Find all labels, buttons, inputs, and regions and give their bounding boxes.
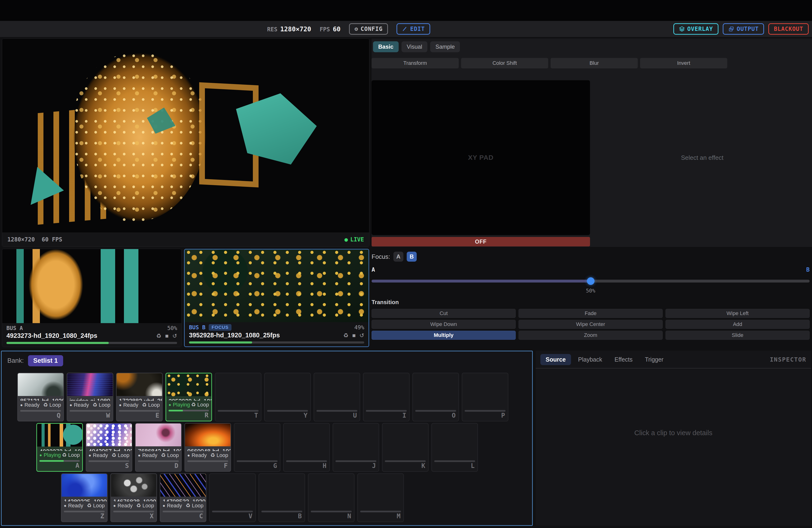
clip-card-z[interactable]: 14380225_1920_10...●Ready♻LoopZ [61, 473, 107, 522]
transition-button-wipe-center[interactable]: Wipe Center [519, 320, 663, 329]
stop-icon[interactable]: ■ [165, 333, 169, 339]
restart-icon[interactable]: ↺ [360, 332, 364, 339]
clip-loop: ♻Loop [62, 452, 80, 458]
tab-sample[interactable]: Sample [430, 41, 460, 52]
clip-slot-empty-i[interactable]: I [363, 373, 409, 421]
clip-key-label: H [284, 462, 329, 471]
clip-slot-empty-y[interactable]: Y [264, 373, 311, 421]
clip-card-a[interactable]: 4923273-hd_1920...●Playing♻LoopA [36, 423, 83, 472]
effect-button-color-shift[interactable]: Color Shift [461, 58, 548, 68]
transition-button-zoom[interactable]: Zoom [519, 331, 663, 340]
clip-progress [267, 410, 308, 412]
fps-label: FPS [320, 26, 330, 33]
effect-off-button[interactable]: OFF [372, 237, 590, 246]
clip-loop: ♻Loop [211, 452, 228, 458]
tab-playback[interactable]: Playback [573, 354, 607, 365]
clip-slot-empty-h[interactable]: H [283, 423, 330, 472]
transition-button-multiply[interactable]: Multiply [372, 331, 516, 340]
clip-loop: ♻Loop [136, 503, 154, 509]
clip-slot-empty-g[interactable]: G [234, 423, 280, 472]
status-dot-icon: ● [70, 402, 72, 408]
clip-loop: ♻Loop [87, 503, 105, 509]
clip-slot-empty-o[interactable]: O [412, 373, 459, 421]
effect-button-blur[interactable]: Blur [551, 58, 638, 68]
overlay-button[interactable]: OVERLAY [673, 23, 719, 35]
bank-row-2: 4923273-hd_1920...●Playing♻LoopA4943067-… [36, 423, 478, 472]
loop-icon: ♻ [186, 503, 190, 509]
bank-label: Bank: [8, 357, 24, 364]
blackout-button[interactable]: BLACKOUT [768, 23, 809, 35]
restart-icon[interactable]: ↺ [172, 333, 177, 339]
clip-key-label: F [185, 462, 231, 471]
clip-key-label: P [462, 412, 508, 421]
output-button[interactable]: OUTPUT [723, 23, 764, 35]
clip-slot-empty-v[interactable]: V [209, 473, 256, 522]
crossfader-slider[interactable] [372, 277, 810, 284]
status-dot-icon: ● [20, 402, 23, 408]
clip-slot-empty-t[interactable]: T [215, 373, 261, 421]
focus-a-button[interactable]: A [393, 252, 403, 262]
clip-card-x[interactable]: 14676838_1920_10...●Ready♻LoopX [111, 473, 157, 522]
transition-button-fade[interactable]: Fade [519, 309, 663, 318]
window-title-strip [0, 0, 812, 21]
transition-button-slide[interactable]: Slide [666, 331, 810, 340]
clip-slot-empty-p[interactable]: P [462, 373, 508, 421]
transition-button-wipe-down[interactable]: Wipe Down [372, 320, 516, 329]
tab-source[interactable]: Source [540, 354, 571, 365]
clip-card-c[interactable]: 14798533_1920_10...●Ready♻LoopC [160, 473, 206, 522]
clip-filename: 857131-hd_1920_1... [18, 396, 63, 401]
bus-a-panel[interactable]: BUS A 50% 4923273-hd_1920_1080_24fps ♻ ■… [2, 249, 182, 347]
clip-slot-empty-k[interactable]: K [382, 423, 429, 472]
tab-visual[interactable]: Visual [402, 41, 427, 52]
transition-button-add[interactable]: Add [666, 320, 810, 329]
clip-loop: ♻Loop [142, 402, 160, 408]
clip-status-row: ●Ready♻Loop [111, 501, 157, 509]
clip-card-f[interactable]: 9669048-hd_1920...●Ready♻LoopF [185, 423, 231, 472]
effect-button-transform[interactable]: Transform [372, 58, 459, 68]
resolution-stat: RES 1280×720 [267, 25, 311, 33]
clip-slot-empty-j[interactable]: J [333, 423, 379, 472]
clip-loop-text: Loop [217, 452, 228, 458]
clip-card-s[interactable]: 4943067-hd_1920...●Ready♻LoopS [86, 423, 132, 472]
crossfader-thumb[interactable] [587, 277, 595, 285]
clip-status-row: ●Playing♻Loop [37, 451, 82, 458]
clip-thumbnail [166, 373, 211, 396]
clip-slot-empty-n[interactable]: N [308, 473, 354, 522]
clip-status-row: ●Playing♻Loop [166, 400, 211, 408]
clip-key-label: O [413, 412, 459, 421]
bus-b-panel[interactable]: BUS B FOCUS 49% 3952928-hd_1920_1080_25f… [184, 249, 369, 347]
setlist-selector[interactable]: Setlist 1 [28, 355, 63, 366]
loop-icon: ♻ [136, 503, 141, 509]
clip-progress [434, 460, 475, 462]
edit-button[interactable]: EDIT [396, 23, 430, 35]
clip-slot-empty-m[interactable]: M [357, 473, 404, 522]
clip-card-q[interactable]: 857131-hd_1920_1...●Ready♻LoopQ [17, 373, 64, 421]
clip-card-d[interactable]: 7686842-hd_1920...●Ready♻LoopD [135, 423, 182, 472]
focus-b-button[interactable]: B [407, 252, 417, 262]
tab-basic[interactable]: Basic [373, 41, 398, 52]
clip-filename: 3952928-hd_1920... [166, 396, 211, 400]
clip-card-e[interactable]: 1722882-uhd_384...●Ready♻LoopE [116, 373, 163, 421]
stop-icon[interactable]: ■ [352, 332, 356, 339]
clip-card-r[interactable]: 3952928-hd_1920...●Playing♻LoopR [165, 373, 212, 421]
clip-status-row: ●Ready♻Loop [61, 501, 107, 509]
loop-icon[interactable]: ♻ [156, 333, 161, 339]
tab-effects[interactable]: Effects [609, 354, 638, 365]
inspector-tab-bar: Source Playback Effects Trigger INSPECTO… [536, 351, 811, 368]
clip-card-w[interactable]: invideo-ai-1080●Ready♻LoopW [67, 373, 113, 421]
clip-slot-empty-l[interactable]: L [431, 423, 478, 472]
effect-button-invert[interactable]: Invert [640, 58, 727, 68]
transition-button-wipe-left[interactable]: Wipe Left [666, 309, 810, 318]
clip-filename: 14798533_1920_10... [160, 497, 206, 501]
transition-button-cut[interactable]: Cut [372, 309, 516, 318]
tab-trigger[interactable]: Trigger [640, 354, 669, 365]
loop-icon[interactable]: ♻ [343, 332, 349, 339]
bus-b-focus-badge: FOCUS [209, 324, 232, 331]
config-button[interactable]: ⚙ CONFIG [349, 23, 388, 35]
clip-slot-empty-b[interactable]: B [259, 473, 305, 522]
bus-b-progress [189, 341, 364, 343]
status-dot-icon: ● [187, 453, 190, 458]
clip-status: ●Ready [138, 452, 157, 458]
xy-pad[interactable]: XY PAD [372, 80, 590, 235]
clip-slot-empty-u[interactable]: U [314, 373, 360, 421]
